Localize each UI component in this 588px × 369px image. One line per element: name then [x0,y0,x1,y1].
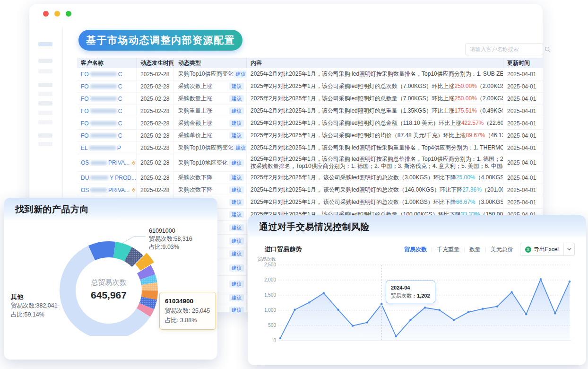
customer-name-link[interactable]: OSPRIVA... [81,159,136,166]
customer-name-cell: FOC [77,117,137,129]
event-date-cell: 2025-02-28 [137,68,174,80]
customer-name-link[interactable]: OSPRIVA... [81,187,136,193]
y-tick-label: 1,500 [264,292,276,298]
customer-search[interactable] [465,43,543,55]
suggestion-badge: 建议 [229,211,244,218]
table-row[interactable]: ELP2025-02-28采购Top10供应商变化建议2025年2月对比2025… [77,142,543,154]
blurred-name [90,84,117,88]
suggestion-badge: 建议 [229,120,244,127]
other-share: 占比:59.14% [11,310,58,319]
event-type-cell: 采购重量上涨建议 [174,105,247,117]
event-date-cell: 2025-02-28 [137,142,174,154]
update-date-cell: 2025-04-01 [503,196,543,208]
event-type-cell: 采购次数下降建议 [174,172,247,184]
callout-code: 61091000 [149,227,192,235]
update-date-cell: 2025-04-01 [503,154,543,171]
update-date-cell: 2025-04-01 [503,172,543,184]
content-cell: 2025年2月对比2025年1月，该公司采购led照明灯的均价（87.48 美元… [247,130,503,141]
customer-name-cell: FOC [77,105,137,117]
data-point-2023-09[interactable] [279,337,281,339]
suggestion-badge: 建议 [229,294,244,301]
skeleton-bar [38,42,52,46]
customer-name-link[interactable]: FOC [81,96,122,102]
customer-name-cell: OSPRIVA... [77,154,137,171]
data-point-2025-02[interactable] [525,313,527,315]
update-date-cell: 2025-04-01 [503,80,543,92]
table-row[interactable]: DUY PROD...2025-02-28采购次数下降建议2025年2月对比20… [77,172,543,184]
event-type-cell: 采购次数上涨建议 [174,80,247,92]
data-point-2025-03[interactable] [540,278,542,280]
customer-name-link[interactable]: FOC [81,108,122,114]
data-point-2024-07[interactable] [424,307,426,308]
table-row[interactable]: FOC2025-02-28采购数量上涨建议2025年2月对比2025年1月，该公… [77,93,543,105]
minimize-button[interactable] [54,11,60,17]
suggestion-badge: 建议 [229,95,244,102]
event-type-cell: 采购Top10地区变化建议 [174,154,247,171]
column-header: 动态发生时间 [137,58,174,68]
table-row[interactable]: OSPRIVA...2025-02-28采购次数下降建议2025年2月对比202… [77,184,543,196]
data-point-2024-02[interactable] [352,325,354,326]
table-row[interactable]: FOC2025-02-28采购次数上涨建议2025年2月对比2025年1月，该公… [77,80,543,93]
content-cell: 2025年2月对比2025年1月，该公司采购led照明灯的总次数（7.00KGS… [247,80,503,92]
customer-name-cell: FOC [77,80,137,92]
column-header: 内容 [247,58,503,68]
event-type-cell: 采购Top10供应商变化建议 [174,68,247,80]
customer-name-link[interactable]: FOC [81,83,122,90]
data-point-2024-08[interactable] [438,309,440,311]
content-cell: 2025年2月对比2025年1月，该公司采购led照明灯的总数量（7.00KGS… [247,93,503,105]
customer-name-link[interactable]: FOC [81,132,122,139]
update-date-cell: 2025-04-01 [503,130,543,141]
customer-search-input[interactable] [466,46,545,52]
data-point-2025-04[interactable] [554,312,556,314]
blurred-name [90,161,107,165]
blurred-name [90,133,117,138]
customer-name-link[interactable]: FOC [81,120,122,127]
data-point-2024-05[interactable] [395,335,397,337]
data-point-2024-12[interactable] [496,305,498,307]
suggestion-badge: 建议 [233,144,247,151]
other-count: 贸易次数:382,041 [11,301,58,310]
event-date-cell: 2025-02-28 [137,154,174,171]
data-point-2024-06[interactable] [409,319,411,321]
column-header: 动态类型 [174,58,247,68]
data-point-2024-11[interactable] [482,308,484,310]
table-row[interactable]: OSPRIVA...2025-02-28采购Top10地区变化建议2025年2月… [77,154,543,172]
skeleton-bar [38,120,52,124]
update-date-cell: 2025-04-01 [503,105,543,117]
y-axis-label: 贸易次数 [257,256,276,262]
data-point-2025-01[interactable] [510,291,512,293]
trend-line-chart[interactable]: 贸易次数05001,0001,5002,0002,5002023-092023-… [248,215,586,342]
content-cell: 2025年2月对比2025年1月，该公司采购 led照明灯按采购重量排名，Top… [247,142,503,154]
data-point-2025-05[interactable] [569,281,571,282]
customer-name-link[interactable]: ELP [81,145,121,151]
data-point-2023-12[interactable] [323,292,325,294]
update-date-cell: 2025-04-01 [503,68,543,80]
table-row[interactable]: FOC2025-02-28采购单价上涨建议2025年2月对比2025年1月，该公… [77,130,543,142]
close-button[interactable] [43,11,49,17]
maximize-button[interactable] [66,11,71,17]
suggestion-badge: 建议 [229,159,244,167]
data-point-2023-10[interactable] [294,309,295,311]
data-point-2023-11[interactable] [308,301,310,303]
customer-name-link[interactable]: FOC [81,71,122,78]
data-point-2024-03[interactable] [366,321,368,323]
banner-title: 基于市场动态调整内部资源配置 [86,34,235,47]
content-cell: 2025年2月对比2025年1月，该公司采购 led照明灯按采购总价排名，Top… [247,154,503,171]
blurred-name [90,97,117,101]
event-type-cell: 采购次数下降建议 [174,184,247,196]
table-row[interactable]: FOC2025-02-28采购Top10供应商变化建议2025年2月对比2025… [77,68,543,80]
data-point-2024-09[interactable] [453,319,455,321]
data-point-2024-10[interactable] [467,311,469,313]
donut-tooltip-count: 贸易次数: 25,045 [165,306,210,316]
suggestion-badge: 建议 [229,224,244,231]
donut-tooltip: 61034900 贸易次数: 25,045 占比: 3.88% [159,292,216,330]
product-card-body: 61091000 贸易次数:58,316 占比:9.03% 其他 贸易次数:38… [4,221,217,360]
skeleton-bar [38,92,52,96]
customer-name-link[interactable]: DUY PROD... [81,175,136,181]
event-type-cell: 采购金额上涨建议 [174,117,247,129]
data-point-2024-01[interactable] [337,309,339,311]
table-row[interactable]: FOC2025-02-28采购金额上涨建议2025年2月对比2025年1月，该公… [77,117,543,130]
data-point-2024-04[interactable] [380,303,383,306]
update-date-cell: 2025-04-01 [503,184,543,196]
table-row[interactable]: FOC2025-02-28采购重量上涨建议2025年2月对比2025年1月，该公… [77,105,543,117]
